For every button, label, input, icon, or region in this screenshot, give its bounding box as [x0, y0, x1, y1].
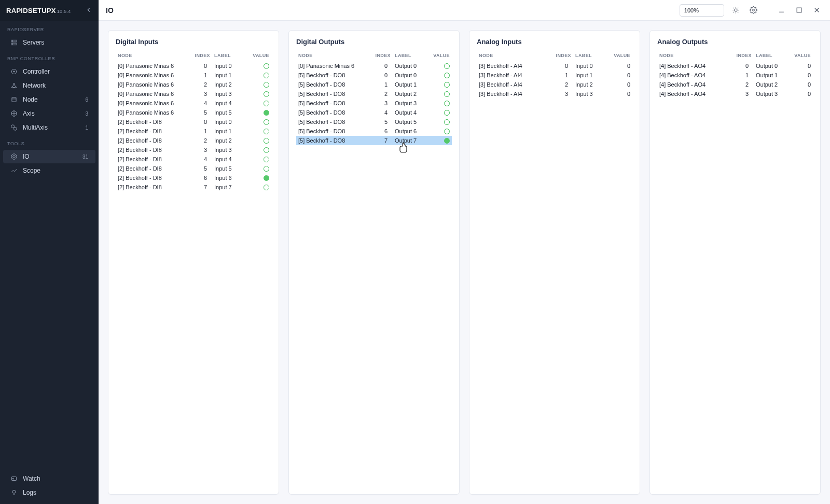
table-row[interactable]: [4] Beckhoff - AO43Output 30 [657, 89, 813, 99]
window-close-button[interactable] [810, 4, 823, 17]
table-row[interactable]: [3] Beckhoff - AI42Input 20 [477, 80, 632, 89]
svg-point-3 [12, 44, 13, 44]
cell-label: Input 0 [212, 61, 250, 71]
table-row[interactable]: [5] Beckhoff - DO87Output 7 [296, 136, 452, 145]
cell-node: [0] Panasonic Minas 6 [116, 108, 187, 117]
table-row[interactable]: [5] Beckhoff - DO86Output 6 [296, 127, 452, 136]
sidebar-item-label: Controller [23, 68, 83, 75]
sidebar-item-badge: 6 [85, 97, 88, 103]
cell-label: Input 2 [573, 80, 611, 89]
status-led[interactable] [444, 129, 450, 134]
table-row[interactable]: [0] Panasonic Minas 64Input 4 [116, 99, 271, 108]
col-value: VALUE [250, 51, 271, 61]
cell-label: Input 6 [212, 173, 250, 183]
status-led[interactable] [444, 63, 450, 69]
table-row[interactable]: [4] Beckhoff - AO42Output 20 [657, 80, 813, 89]
sidebar-item-controller[interactable]: Controller [3, 65, 95, 78]
cell-node: [4] Beckhoff - AO4 [657, 89, 729, 99]
cell-label: Input 2 [212, 136, 250, 145]
sidebar-item-axis[interactable]: Axis3 [3, 107, 95, 120]
table-row[interactable]: [4] Beckhoff - AO40Output 00 [657, 61, 813, 71]
cell-index: 0 [368, 61, 393, 71]
table-row[interactable]: [0] Panasonic Minas 61Input 1 [116, 71, 271, 80]
cell-node: [3] Beckhoff - AI4 [477, 71, 548, 80]
sidebar-item-logs[interactable]: Logs [3, 486, 95, 499]
status-led[interactable] [444, 91, 450, 97]
cell-label: Output 3 [393, 99, 430, 108]
cell-label: Output 2 [754, 80, 791, 89]
table-row[interactable]: [2] Beckhoff - DI87Input 7 [116, 183, 271, 192]
sidebar-item-network[interactable]: Network [3, 79, 95, 92]
svg-point-2 [12, 41, 13, 41]
table-row[interactable]: [5] Beckhoff - DO80Output 0 [296, 71, 452, 80]
cell-index: 3 [187, 89, 212, 99]
window-minimize-button[interactable] [775, 4, 787, 17]
table-row[interactable]: [0] Panasonic Minas 65Input 5 [116, 108, 271, 117]
cell-label: Output 3 [754, 89, 791, 99]
status-led[interactable] [444, 82, 450, 88]
status-led [264, 73, 269, 78]
col-label: LABEL [393, 51, 430, 61]
status-led [264, 82, 269, 88]
table-row[interactable]: [2] Beckhoff - DI82Input 2 [116, 136, 271, 145]
table-row[interactable]: [2] Beckhoff - DI86Input 6 [116, 173, 271, 183]
status-led [264, 119, 269, 125]
cell-value: 0 [611, 89, 632, 99]
table-row[interactable]: [3] Beckhoff - AI40Input 00 [477, 61, 632, 71]
table-row[interactable]: [3] Beckhoff - AI41Input 10 [477, 71, 632, 80]
sidebar-item-scope[interactable]: Scope [3, 164, 95, 177]
cell-index: 0 [729, 61, 754, 71]
cell-label: Output 0 [754, 61, 791, 71]
table-row[interactable]: [5] Beckhoff - DO85Output 5 [296, 117, 452, 127]
cell-label: Input 0 [573, 61, 611, 71]
table-row[interactable]: [5] Beckhoff - DO81Output 1 [296, 80, 452, 89]
table-row[interactable]: [2] Beckhoff - DI85Input 5 [116, 164, 271, 173]
settings-button[interactable] [747, 4, 759, 17]
cell-label: Output 6 [393, 127, 430, 136]
table-row[interactable]: [5] Beckhoff - DO82Output 2 [296, 89, 452, 99]
col-index: INDEX [729, 51, 754, 61]
sidebar-item-io[interactable]: IO31 [3, 150, 95, 163]
table-row[interactable]: [2] Beckhoff - DI84Input 4 [116, 155, 271, 164]
cell-index: 0 [548, 61, 573, 71]
table-row[interactable]: [2] Beckhoff - DI80Input 0 [116, 117, 271, 127]
table-row[interactable]: [0] Panasonic Minas 63Input 3 [116, 89, 271, 99]
table-row[interactable]: [5] Beckhoff - DO84Output 4 [296, 108, 452, 117]
content-area: Digital InputsNODEINDEXLABELVALUE[0] Pan… [99, 21, 830, 504]
table-row[interactable]: [4] Beckhoff - AO41Output 10 [657, 71, 813, 80]
table-row[interactable]: [2] Beckhoff - DI83Input 3 [116, 145, 271, 155]
cell-label: Output 1 [754, 71, 791, 80]
panel-title: Digital Outputs [296, 38, 452, 46]
theme-toggle-button[interactable] [729, 4, 742, 17]
topbar: IO 100% [99, 0, 830, 21]
status-led[interactable] [444, 138, 450, 144]
io-table: NODEINDEXLABELVALUE[0] Panasonic Minas 6… [296, 51, 452, 145]
table-row[interactable]: [0] Panasonic Minas 62Input 2 [116, 80, 271, 89]
window-maximize-button[interactable] [793, 4, 805, 17]
status-led[interactable] [444, 101, 450, 106]
status-led[interactable] [444, 119, 450, 125]
table-row[interactable]: [5] Beckhoff - DO83Output 3 [296, 99, 452, 108]
table-row[interactable]: [0] Panasonic Minas 60Input 0 [116, 61, 271, 71]
table-row[interactable]: [2] Beckhoff - DI81Input 1 [116, 127, 271, 136]
cell-node: [0] Panasonic Minas 6 [296, 61, 368, 71]
table-row[interactable]: [0] Panasonic Minas 60Output 0 [296, 61, 452, 71]
cell-label: Input 4 [212, 155, 250, 164]
sidebar-item-servers[interactable]: Servers [3, 36, 95, 49]
cell-index: 2 [368, 89, 393, 99]
sidebar-collapse-button[interactable] [85, 6, 92, 15]
svg-point-8 [13, 83, 15, 84]
cell-node: [5] Beckhoff - DO8 [296, 108, 368, 117]
table-row[interactable]: [3] Beckhoff - AI43Input 30 [477, 89, 632, 99]
status-led[interactable] [444, 110, 450, 116]
zoom-out-button[interactable] [703, 5, 713, 16]
sidebar-item-node[interactable]: Node6 [3, 93, 95, 106]
zoom-in-button[interactable] [713, 5, 724, 16]
cell-index: 4 [187, 155, 212, 164]
sidebar-item-multiaxis[interactable]: MultiAxis1 [3, 121, 95, 134]
axis-icon [10, 110, 18, 117]
cell-index: 3 [368, 99, 393, 108]
sidebar-item-badge: 31 [82, 154, 88, 160]
sidebar-item-watch[interactable]: Watch [3, 472, 95, 485]
status-led[interactable] [444, 73, 450, 78]
